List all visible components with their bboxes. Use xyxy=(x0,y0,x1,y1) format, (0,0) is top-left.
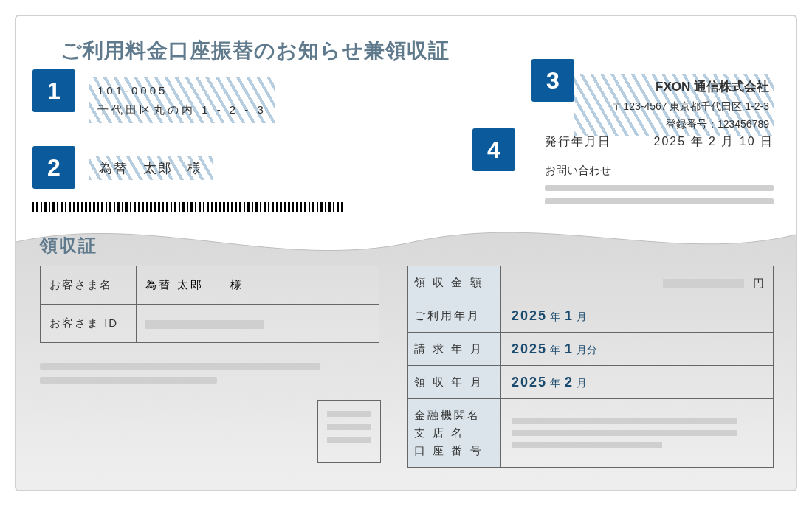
amount-label: 領 収 金 額 xyxy=(408,266,501,299)
customer-postal: 101-0005 xyxy=(97,81,266,100)
bank-info-value xyxy=(501,399,774,468)
customer-address: 千代田区丸の内 1 - 2 - 3 xyxy=(97,100,266,119)
cust-id-label: お客さま ID xyxy=(41,305,137,343)
receipt-details-table: 領 収 金 額 円 ご利用年月 2025年1月 請 求 年 月 2025年1月分… xyxy=(407,266,774,468)
cust-name-value: 為替 太郎 様 xyxy=(137,266,379,305)
receipt-month-label: 領 収 年 月 xyxy=(408,366,501,399)
issue-date-label: 発行年月日 xyxy=(545,134,611,150)
cust-name-label: お客さま名 xyxy=(41,266,137,305)
inquiry-label: お問い合わせ xyxy=(545,164,774,178)
callout-marker-1: 1 xyxy=(32,69,75,112)
usage-month-value: 2025年1月 xyxy=(501,299,774,333)
customer-address-block: 101-0005 千代田区丸の内 1 - 2 - 3 xyxy=(89,77,275,123)
billing-month-label: 請 求 年 月 xyxy=(408,333,501,366)
company-name: FXON 通信株式会社 xyxy=(579,77,769,98)
document-page: ご利用料金口座振替のお知らせ兼領収証 1 2 3 4 101-0005 千代田区… xyxy=(15,15,797,491)
cust-id-value xyxy=(137,305,379,343)
receipt-month-value: 2025年2月 xyxy=(501,366,774,399)
left-note-lines xyxy=(40,363,335,391)
bank-info-label: 金融機関名 支 店 名 口 座 番 号 xyxy=(408,399,501,468)
company-registration: 登録番号：123456789 xyxy=(579,116,769,134)
billing-month-value: 2025年1月分 xyxy=(501,333,774,366)
customer-name-block: 為替 太郎 様 xyxy=(89,156,213,180)
issue-date-row: 発行年月日 2025 年 2 月 10 日 xyxy=(545,134,774,150)
issue-date-value: 2025 年 2 月 10 日 xyxy=(653,134,774,150)
callout-marker-4: 4 xyxy=(472,128,515,171)
company-info-block: FXON 通信株式会社 〒123-4567 東京都千代田区 1-2-3 登録番号… xyxy=(574,74,774,136)
receipt-heading: 領収証 xyxy=(40,234,97,257)
company-address-line: 〒123-4567 東京都千代田区 1-2-3 xyxy=(579,98,769,116)
usage-month-label: ご利用年月 xyxy=(408,299,501,333)
callout-marker-3: 3 xyxy=(531,59,574,102)
callout-marker-2: 2 xyxy=(32,146,75,189)
stamp-box xyxy=(317,400,381,463)
document-title: ご利用料金口座振替のお知らせ兼領収証 xyxy=(61,37,450,65)
customer-info-table: お客さま名 為替 太郎 様 お客さま ID xyxy=(40,266,379,343)
customer-name: 為替 太郎 様 xyxy=(99,161,202,176)
amount-value: 円 xyxy=(501,266,774,299)
wave-divider xyxy=(16,212,796,264)
